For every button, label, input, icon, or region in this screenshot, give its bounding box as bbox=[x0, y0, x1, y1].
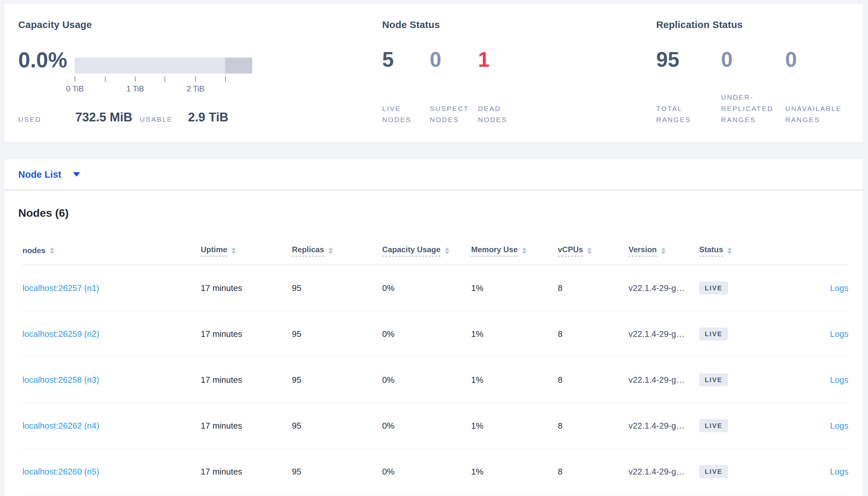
node-link[interactable]: localhost:26257 (n1) bbox=[23, 283, 99, 293]
sort-icon bbox=[727, 247, 732, 254]
column-header-memory-use[interactable]: Memory Use bbox=[471, 245, 558, 257]
memory-use-cell: 1% bbox=[471, 467, 558, 477]
unavailable-ranges-value: 0 bbox=[785, 49, 797, 70]
under-replicated-ranges-label: UNDER- REPLICATED RANGES bbox=[721, 92, 773, 126]
live-nodes-metric: 5 LIVE NODES bbox=[382, 4, 428, 142]
suspect-nodes-metric: 0 SUSPECT NODES bbox=[430, 4, 475, 142]
unavailable-ranges-label: UNAVAILABLE RANGES bbox=[785, 103, 842, 126]
node-link[interactable]: localhost:26259 (n2) bbox=[23, 329, 99, 339]
sort-icon bbox=[522, 247, 526, 254]
capacity-bar-light bbox=[75, 58, 225, 74]
sort-icon bbox=[587, 247, 592, 254]
capacity-usage-title: Capacity Usage bbox=[18, 19, 92, 30]
live-nodes-value: 5 bbox=[382, 49, 394, 70]
vcpus-cell: 8 bbox=[558, 467, 629, 477]
capacity-usage-cell: 0% bbox=[382, 467, 471, 477]
axis-tick bbox=[225, 77, 226, 82]
axis-tick bbox=[195, 77, 196, 82]
dead-nodes-label: DEAD NODES bbox=[478, 103, 507, 126]
total-ranges-value: 95 bbox=[656, 49, 679, 70]
capacity-usage-cell: 0% bbox=[382, 421, 471, 431]
status-badge: LIVE bbox=[699, 419, 728, 432]
memory-use-cell: 1% bbox=[471, 329, 558, 339]
uptime-cell: 17 minutes bbox=[201, 283, 292, 293]
used-value: 732.5 MiB bbox=[75, 110, 132, 124]
total-ranges-metric: 95 TOTAL RANGES bbox=[656, 4, 715, 142]
dead-nodes-value: 1 bbox=[478, 49, 490, 70]
node-link[interactable]: localhost:26258 (n3) bbox=[23, 375, 99, 385]
dead-nodes-metric: 1 DEAD NODES bbox=[478, 4, 524, 142]
status-badge: LIVE bbox=[699, 373, 728, 386]
version-cell: v22.1.4-29-g… bbox=[629, 421, 699, 431]
table-row: localhost:26262 (n4) 17 minutes 95 0% 1%… bbox=[23, 403, 849, 449]
table-row: localhost:26257 (n1) 17 minutes 95 0% 1%… bbox=[23, 265, 849, 311]
axis-tick bbox=[135, 77, 136, 82]
replicas-cell: 95 bbox=[292, 283, 382, 293]
column-header-vcpus[interactable]: vCPUs bbox=[558, 245, 629, 257]
column-header-replicas[interactable]: Replicas bbox=[292, 245, 382, 257]
usable-label: USABLE bbox=[140, 115, 173, 123]
node-link[interactable]: localhost:26260 (n5) bbox=[23, 467, 99, 477]
view-selector-bar: Node List bbox=[4, 159, 864, 190]
sort-icon bbox=[328, 247, 333, 254]
nodes-heading: Nodes (6) bbox=[18, 207, 69, 219]
node-list-dropdown[interactable]: Node List bbox=[18, 159, 80, 190]
version-cell: v22.1.4-29-g… bbox=[629, 467, 699, 477]
sort-icon bbox=[231, 247, 236, 254]
capacity-usage-cell: 0% bbox=[382, 329, 471, 339]
vcpus-cell: 8 bbox=[558, 375, 629, 385]
usable-value: 2.9 TiB bbox=[188, 110, 228, 124]
axis-tick-label: 2 TiB bbox=[187, 84, 205, 93]
nodes-panel: Nodes (6) nodes Uptime Replicas Capacity… bbox=[4, 191, 864, 496]
chevron-down-icon bbox=[73, 172, 80, 177]
under-replicated-ranges-metric: 0 UNDER- REPLICATED RANGES bbox=[721, 4, 783, 142]
nodes-table: nodes Uptime Replicas Capacity Usage Mem… bbox=[23, 237, 849, 495]
node-link[interactable]: localhost:26262 (n4) bbox=[23, 421, 99, 431]
column-header-status[interactable]: Status bbox=[699, 245, 789, 257]
replicas-cell: 95 bbox=[292, 421, 382, 431]
logs-link[interactable]: Logs bbox=[830, 467, 849, 477]
status-badge: LIVE bbox=[699, 327, 728, 340]
status-badge: LIVE bbox=[699, 465, 728, 478]
axis-tick bbox=[75, 77, 75, 82]
replicas-cell: 95 bbox=[292, 329, 382, 339]
under-replicated-ranges-value: 0 bbox=[721, 49, 733, 70]
table-header-row: nodes Uptime Replicas Capacity Usage Mem… bbox=[23, 237, 849, 265]
vcpus-cell: 8 bbox=[558, 421, 629, 431]
suspect-nodes-label: SUSPECT NODES bbox=[430, 103, 469, 126]
status-badge: LIVE bbox=[699, 281, 728, 295]
logs-link[interactable]: Logs bbox=[830, 421, 849, 431]
sort-icon bbox=[50, 247, 55, 254]
capacity-percent: 0.0% bbox=[18, 49, 67, 71]
table-row: localhost:26259 (n2) 17 minutes 95 0% 1%… bbox=[23, 311, 849, 357]
column-header-nodes[interactable]: nodes bbox=[23, 246, 201, 255]
table-row: localhost:26258 (n3) 17 minutes 95 0% 1%… bbox=[23, 357, 849, 403]
sort-icon bbox=[661, 247, 666, 254]
replicas-cell: 95 bbox=[292, 467, 382, 477]
memory-use-cell: 1% bbox=[471, 375, 558, 385]
memory-use-cell: 1% bbox=[471, 421, 558, 431]
logs-link[interactable]: Logs bbox=[830, 283, 849, 293]
axis-tick bbox=[105, 77, 106, 82]
memory-use-cell: 1% bbox=[471, 283, 558, 293]
capacity-usage-cell: 0% bbox=[382, 283, 471, 293]
unavailable-ranges-metric: 0 UNAVAILABLE RANGES bbox=[785, 4, 850, 142]
table-row: localhost:26260 (n5) 17 minutes 95 0% 1%… bbox=[23, 449, 849, 495]
uptime-cell: 17 minutes bbox=[201, 467, 292, 477]
column-header-capacity-usage[interactable]: Capacity Usage bbox=[382, 245, 471, 257]
logs-link[interactable]: Logs bbox=[830, 375, 849, 385]
capacity-bar bbox=[75, 58, 252, 74]
sort-icon bbox=[445, 247, 449, 254]
vcpus-cell: 8 bbox=[558, 329, 629, 339]
total-ranges-label: TOTAL RANGES bbox=[656, 103, 691, 126]
axis-tick-label: 0 TiB bbox=[66, 84, 84, 93]
logs-link[interactable]: Logs bbox=[830, 329, 849, 339]
column-header-uptime[interactable]: Uptime bbox=[201, 245, 292, 257]
version-cell: v22.1.4-29-g… bbox=[629, 375, 699, 385]
column-header-version[interactable]: Version bbox=[629, 245, 699, 257]
cluster-summary-card: Capacity Usage 0.0% 0 TiB 1 TiB 2 TiB US… bbox=[4, 3, 864, 142]
replicas-cell: 95 bbox=[292, 375, 382, 385]
suspect-nodes-value: 0 bbox=[430, 49, 442, 70]
capacity-usage-cell: 0% bbox=[382, 375, 471, 385]
live-nodes-label: LIVE NODES bbox=[382, 103, 411, 126]
